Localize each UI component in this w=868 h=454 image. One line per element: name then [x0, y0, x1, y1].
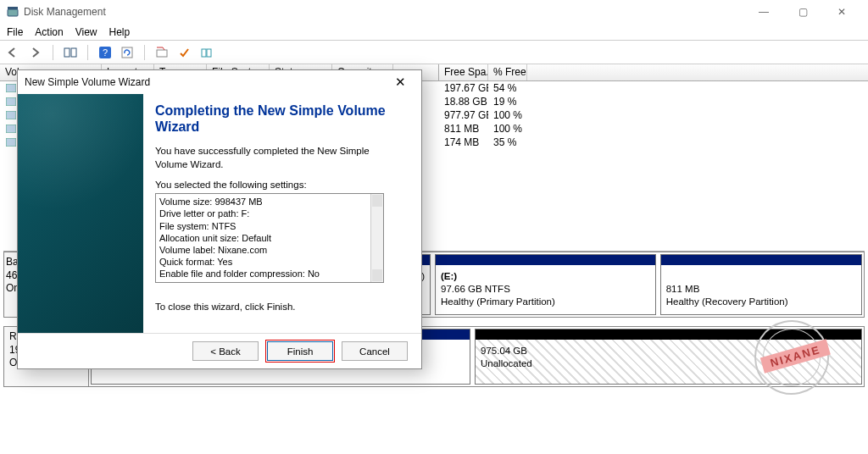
toolbar-refresh-icon[interactable]	[119, 44, 136, 61]
setting-line: Enable file and folder compression: No	[159, 268, 380, 280]
cell-pfree: 100 %	[488, 123, 527, 135]
toolbar: ?	[0, 41, 868, 64]
window-close-button[interactable]: ✕	[822, 0, 861, 24]
partition-status: Unallocated	[481, 357, 856, 370]
app-icon	[7, 6, 19, 18]
svg-text:?: ?	[103, 47, 108, 58]
partition-unallocated[interactable]: 975.04 GB Unallocated	[475, 329, 862, 385]
cell-pfree: 35 %	[488, 136, 527, 148]
partition-e[interactable]: (E:) 97.66 GB NTFS Healthy (Primary Part…	[435, 254, 656, 315]
partition-size: 97.66 GB NTFS	[441, 283, 650, 296]
window-titlebar: Disk Management — ▢ ✕	[0, 0, 868, 24]
svg-rect-0	[8, 9, 18, 16]
setting-line: Volume label: Nixane.com	[159, 244, 380, 256]
cell-pfree: 100 %	[488, 109, 527, 121]
toolbar-action-b-icon[interactable]	[175, 44, 192, 61]
svg-rect-7	[157, 50, 167, 57]
svg-rect-9	[207, 49, 211, 57]
wizard-settings-list[interactable]: Volume size: 998437 MB Drive letter or p…	[155, 193, 384, 283]
nav-forward-button[interactable]	[27, 44, 44, 61]
toolbar-split-icon[interactable]	[62, 44, 79, 61]
svg-rect-1	[8, 7, 18, 9]
toolbar-action-a-icon[interactable]	[153, 44, 170, 61]
setting-line: Drive letter or path: F:	[159, 208, 380, 219]
partition-recovery[interactable]: 811 MB Healthy (Recovery Partition)	[660, 254, 862, 315]
wizard-message: You have successfully completed the New …	[155, 145, 404, 171]
wizard-dialog: New Simple Volume Wizard ✕ Completing th…	[17, 69, 422, 369]
cell-free: 811 MB	[439, 123, 488, 135]
scrollbar[interactable]	[370, 194, 383, 282]
cell-pfree: 19 %	[488, 96, 527, 108]
wizard-banner	[18, 94, 143, 333]
col-pctfree[interactable]: % Free	[488, 64, 527, 80]
cell-pfree: 54 %	[488, 82, 527, 94]
setting-line: Quick format: Yes	[159, 256, 380, 268]
svg-rect-6	[122, 47, 132, 58]
wizard-heading: Completing the New Simple Volume Wizard	[155, 102, 404, 135]
partition-status: Healthy (Recovery Partition)	[666, 296, 856, 308]
cell-free: 174 MB	[439, 136, 488, 148]
menu-view[interactable]: View	[75, 26, 97, 38]
wizard-button-row: < Back Finish Cancel	[18, 333, 421, 368]
wizard-finish-note: To close this wizard, click Finish.	[155, 302, 404, 312]
finish-button[interactable]: Finish	[267, 341, 333, 361]
window-minimize-button[interactable]: —	[744, 0, 783, 24]
nav-back-button[interactable]	[5, 44, 22, 61]
partition-size: 811 MB	[666, 283, 856, 296]
cell-free: 197.67 GB	[439, 82, 488, 94]
col-freespace[interactable]: Free Spa...	[439, 64, 488, 80]
svg-rect-3	[71, 48, 76, 57]
svg-rect-8	[202, 49, 206, 57]
menu-file[interactable]: File	[7, 26, 23, 38]
cell-free: 18.88 GB	[439, 96, 488, 108]
toolbar-help-icon[interactable]: ?	[97, 44, 114, 61]
menu-action[interactable]: Action	[35, 26, 63, 38]
svg-rect-2	[64, 48, 70, 57]
wizard-subheading: You selected the following settings:	[155, 180, 404, 190]
cancel-button[interactable]: Cancel	[342, 341, 408, 361]
setting-line: Volume size: 998437 MB	[159, 196, 380, 208]
menu-help[interactable]: Help	[109, 26, 131, 38]
setting-line: File system: NTFS	[159, 220, 380, 232]
toolbar-action-c-icon[interactable]	[198, 44, 214, 61]
setting-line: Allocation unit size: Default	[159, 232, 380, 244]
partition-status: Healthy (Primary Partition)	[441, 296, 650, 308]
window-title: Disk Management	[24, 6, 744, 18]
cell-free: 977.97 GB	[439, 109, 488, 121]
menubar: File Action View Help	[0, 24, 868, 41]
window-maximize-button[interactable]: ▢	[783, 0, 822, 24]
back-button[interactable]: < Back	[192, 341, 259, 361]
close-icon[interactable]: ✕	[386, 71, 415, 93]
partition-title: (E:)	[441, 271, 457, 281]
disk0-label: Ba 46 On	[4, 252, 18, 317]
partition-size: 975.04 GB	[481, 345, 856, 357]
